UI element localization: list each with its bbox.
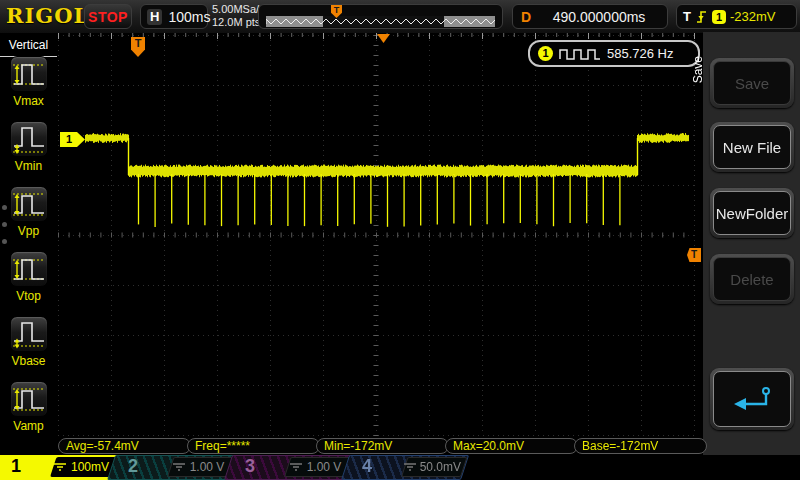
- page-dot: [2, 239, 7, 244]
- channel3-number: 3: [245, 456, 255, 477]
- sidebar-item-vmax[interactable]: Vmax: [0, 56, 57, 108]
- sidebar-item-vtop[interactable]: Vtop: [0, 251, 57, 303]
- vtop-icon: [10, 251, 48, 287]
- new-file-button-well: New File: [710, 122, 794, 172]
- oscilloscope-screen: RIGOL STOP H 100ms 5.00MSa/s 12.0M pts T…: [0, 0, 800, 480]
- channel4-scale: 50.0mV: [420, 460, 461, 474]
- channel-status-bar: 1 100mV 2 1.00 V 3: [0, 455, 800, 480]
- horizontal-timebase: H 100ms: [140, 4, 208, 29]
- measurement-base: Base=-172mV: [574, 438, 707, 454]
- trigger-level-marker-icon[interactable]: T: [687, 248, 701, 262]
- acquisition-info: 5.00MSa/s 12.0M pts: [212, 3, 265, 29]
- trigger-slope-icon: [695, 9, 708, 24]
- sidebar-item-vpp[interactable]: Vpp: [0, 186, 57, 238]
- back-button-well: [710, 368, 794, 430]
- measurement-min: Min=-172mV: [316, 438, 449, 454]
- sidebar-item-vmin[interactable]: Vmin: [0, 121, 57, 173]
- sidebar-item-vbase[interactable]: Vbase: [0, 316, 57, 368]
- channel2-number: 2: [128, 456, 138, 477]
- memory-preview-strip: [266, 16, 495, 27]
- t-label: T: [683, 9, 691, 24]
- freq-counter-channel-badge: 1: [538, 46, 553, 61]
- timebase-value: 100ms: [168, 9, 210, 25]
- frequency-counter: 1 585.726 Hz: [528, 40, 700, 67]
- channel2-tab[interactable]: 2 1.00 V: [117, 455, 230, 480]
- back-button[interactable]: [713, 371, 791, 427]
- new-file-button[interactable]: New File: [713, 125, 791, 169]
- trigger-level-value: -232mV: [730, 9, 776, 24]
- return-arrow-icon: [730, 384, 774, 414]
- vamp-icon: [10, 381, 48, 417]
- page-dot: [2, 222, 7, 227]
- channel1-number: 1: [11, 456, 21, 477]
- trigger-readout: T 1 -232mV: [676, 4, 797, 29]
- page-dot: [2, 205, 7, 210]
- vbase-icon: [10, 316, 48, 352]
- coupling-icon: [403, 462, 416, 472]
- sidebar-item-label: Vpp: [0, 224, 57, 238]
- coupling-icon: [289, 462, 303, 472]
- channel4-number: 4: [362, 456, 372, 477]
- sidebar-item-label: Vmin: [0, 159, 57, 173]
- sample-rate: 5.00MSa/s: [212, 3, 265, 16]
- sidebar-item-label: Vamp: [0, 419, 57, 433]
- channel2-scale: 1.00 V: [190, 460, 225, 474]
- h-label: H: [147, 9, 162, 25]
- rigol-logo: RIGOL: [6, 3, 89, 28]
- coupling-icon: [53, 462, 67, 472]
- delay-readout: D 490.000000ms: [512, 4, 668, 29]
- delay-value: 490.000000ms: [539, 9, 659, 25]
- waveform-display: [57, 32, 696, 438]
- measurement-avg: Avg=-57.4mV: [58, 438, 191, 454]
- top-bar: RIGOL STOP H 100ms 5.00MSa/s 12.0M pts T…: [0, 0, 800, 34]
- trigger-source-badge: 1: [712, 10, 726, 24]
- menu-tab-save: Save: [691, 56, 705, 83]
- coupling-icon: [172, 462, 186, 472]
- delete-button-well: Delete: [710, 254, 794, 304]
- vpp-icon: [10, 186, 48, 222]
- channel1-scale: 100mV: [71, 460, 109, 474]
- channel3-scale: 1.00 V: [307, 460, 342, 474]
- channel3-tab[interactable]: 3 1.00 V: [234, 455, 347, 480]
- new-folder-button-well: NewFolder: [710, 188, 794, 238]
- freq-counter-value: 585.726 Hz: [607, 46, 674, 61]
- save-button[interactable]: Save: [713, 61, 791, 105]
- channel4-tab[interactable]: 4 50.0mV: [351, 455, 464, 480]
- square-wave-icon: [559, 48, 601, 60]
- delete-button[interactable]: Delete: [713, 257, 791, 301]
- vmin-icon: [10, 121, 48, 157]
- d-label: D: [521, 9, 531, 25]
- sidebar-item-vamp[interactable]: Vamp: [0, 381, 57, 433]
- measurement-freq: Freq=*****: [187, 438, 320, 454]
- sidebar-item-label: Vbase: [0, 354, 57, 368]
- run-state-indicator: STOP: [84, 4, 132, 29]
- preview-waveform-icon: [266, 16, 495, 27]
- measurement-max: Max=20.0mV: [445, 438, 578, 454]
- channel1-tab[interactable]: 1 100mV: [0, 455, 113, 480]
- left-menu-title: Vertical: [0, 38, 57, 52]
- vmax-icon: [10, 56, 48, 92]
- save-button-well: Save: [710, 58, 794, 108]
- new-folder-button[interactable]: NewFolder: [713, 191, 791, 235]
- sidebar-item-label: Vmax: [0, 94, 57, 108]
- run-state-label: STOP: [88, 9, 128, 25]
- memory-depth: 12.0M pts: [212, 16, 265, 29]
- sidebar-item-label: Vtop: [0, 289, 57, 303]
